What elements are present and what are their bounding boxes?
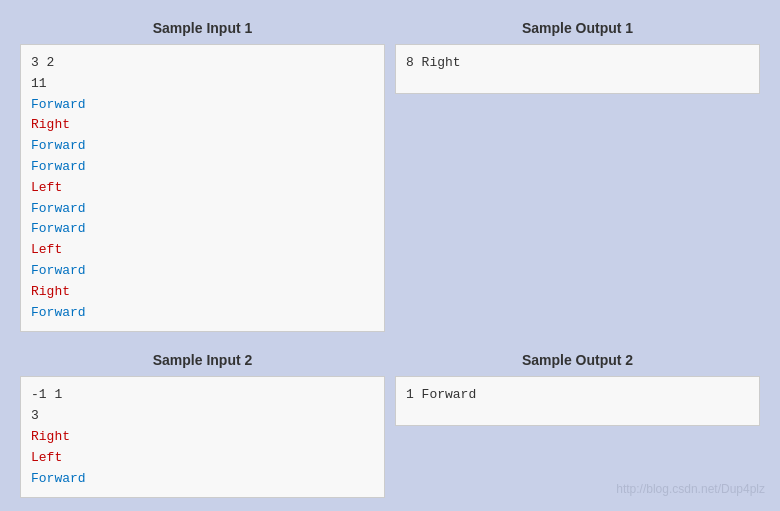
list-item: -1 1 [31,385,374,406]
sample-output-2-box: 1 Forward [395,376,760,426]
section1-row: Sample Input 1 3 211ForwardRightForwardF… [20,20,760,332]
list-item: Forward [31,157,374,178]
watermark: http://blog.csdn.net/Dup4plz [616,482,765,496]
list-item: Right [31,427,374,448]
sample-output-1-title: Sample Output 1 [522,20,633,36]
list-item: Right [31,115,374,136]
list-item: 3 [31,406,374,427]
list-item: 1 Forward [406,385,749,406]
sample-input-1-box: 3 211ForwardRightForwardForwardLeftForwa… [20,44,385,332]
sample-input-2-box: -1 13RightLeftForward [20,376,385,498]
list-item: Left [31,178,374,199]
sample-input-1-panel: Sample Input 1 3 211ForwardRightForwardF… [20,20,385,332]
list-item: Forward [31,95,374,116]
list-item: Left [31,240,374,261]
list-item: 11 [31,74,374,95]
list-item: Forward [31,219,374,240]
sample-input-1-title: Sample Input 1 [153,20,253,36]
list-item: Forward [31,261,374,282]
sample-output-1-panel: Sample Output 1 8 Right [395,20,760,94]
list-item: Forward [31,136,374,157]
list-item: 3 2 [31,53,374,74]
list-item: Right [31,282,374,303]
list-item: Left [31,448,374,469]
section2-row: Sample Input 2 -1 13RightLeftForward Sam… [20,352,760,498]
sample-output-2-panel: Sample Output 2 1 Forward [395,352,760,426]
sample-output-1-box: 8 Right [395,44,760,94]
sample-output-2-title: Sample Output 2 [522,352,633,368]
list-item: 8 Right [406,53,749,74]
sample-input-2-panel: Sample Input 2 -1 13RightLeftForward [20,352,385,498]
list-item: Forward [31,199,374,220]
sample-input-2-title: Sample Input 2 [153,352,253,368]
list-item: Forward [31,303,374,324]
list-item: Forward [31,469,374,490]
